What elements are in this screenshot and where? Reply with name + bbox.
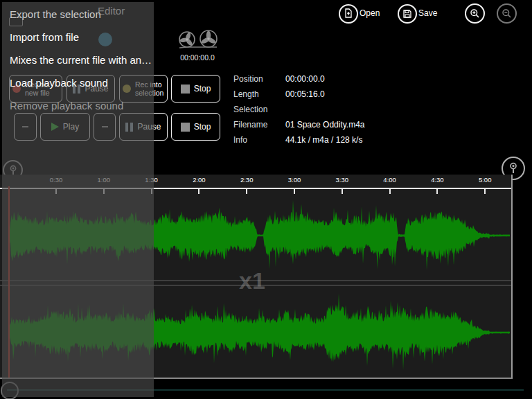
timeline-label: 4:30 xyxy=(422,176,452,184)
save-button-label[interactable]: Save xyxy=(418,8,437,18)
stop-rec-label: Stop xyxy=(194,84,211,94)
menu-item-load-playback-sound[interactable]: Load playback sound xyxy=(10,77,108,89)
info-value-position: 00:00:00.0 xyxy=(285,74,325,84)
info-label-position: Position xyxy=(233,74,263,84)
zoom-in-icon xyxy=(470,8,480,19)
zoom-level-label: x1 xyxy=(239,267,265,294)
info-value-info: 44.1k / m4a / 128 k/s xyxy=(285,135,362,145)
timeline-tick xyxy=(436,189,438,194)
menu-item-import-from-file[interactable]: Import from file xyxy=(10,31,79,43)
menu-item-export-selection[interactable]: Export the selection xyxy=(10,8,101,20)
info-value-filename: 01 Space Oddity.m4a xyxy=(285,120,365,130)
info-label-selection: Selection xyxy=(233,105,267,114)
timeline-tick xyxy=(484,189,486,194)
open-file-icon xyxy=(344,8,353,18)
menu-item-remove-playback-sound[interactable]: Remove playback sound xyxy=(10,100,123,112)
timeline-tick xyxy=(342,189,343,194)
timeline-label: 2:30 xyxy=(231,176,262,184)
stop-play-label: Stop xyxy=(194,122,211,132)
file-context-menu: Export the selection Import from file Mi… xyxy=(2,2,154,397)
timeline-label: 3:30 xyxy=(327,176,357,184)
timeline-tick xyxy=(294,189,295,194)
zoom-in-button[interactable] xyxy=(465,3,485,24)
tape-timecode: 00:00:00.0 xyxy=(175,53,220,62)
stop-rec-button[interactable]: Stop xyxy=(171,75,220,103)
info-label-info: Info xyxy=(233,135,247,145)
info-label-length: Length xyxy=(233,89,259,99)
timeline-tick xyxy=(246,189,247,194)
save-button[interactable] xyxy=(398,4,417,24)
open-button-label[interactable]: Open xyxy=(360,8,380,18)
timeline-label: 5:00 xyxy=(470,176,500,184)
zoom-out-button[interactable] xyxy=(497,3,517,24)
timeline-label: 4:00 xyxy=(375,176,405,184)
open-button[interactable] xyxy=(339,4,358,24)
stop-icon xyxy=(181,123,190,132)
save-floppy-icon xyxy=(402,9,412,19)
stop-icon xyxy=(181,85,190,94)
info-value-length: 00:05:16.0 xyxy=(285,89,325,99)
timeline-label: 3:00 xyxy=(279,176,310,184)
tape-reels-icon xyxy=(177,30,222,51)
stop-play-button[interactable]: Stop xyxy=(171,113,220,141)
pin-icon xyxy=(508,162,519,175)
timeline-tick xyxy=(389,189,391,194)
menu-item-mix-current-file[interactable]: Mixes the current file with an… xyxy=(10,54,152,66)
zoom-out-icon xyxy=(502,8,512,19)
audio-editor-app: { "window": { "title": "Editor" }, "cont… xyxy=(0,0,532,399)
timeline-label: 2:00 xyxy=(184,176,214,184)
info-label-filename: Filename xyxy=(233,120,267,130)
timeline-tick xyxy=(198,189,200,194)
